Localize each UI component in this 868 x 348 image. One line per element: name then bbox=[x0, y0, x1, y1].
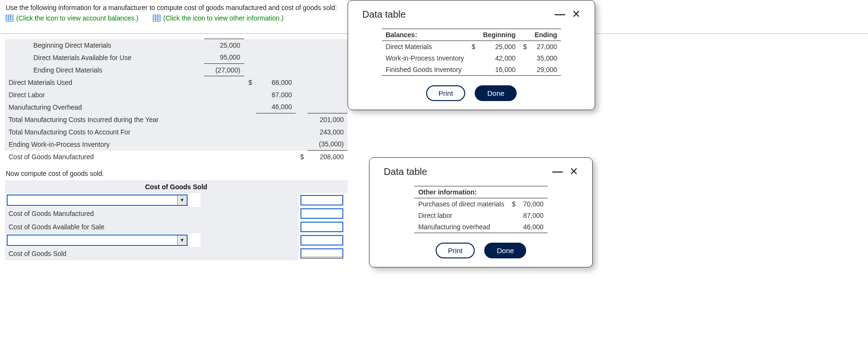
schedule-value bbox=[308, 64, 348, 76]
schedule-label: Direct Labor bbox=[5, 89, 204, 101]
other-info-value: 70,000 bbox=[519, 198, 548, 210]
chevron-down-icon[interactable]: ▼ bbox=[177, 195, 187, 205]
cogs-label-select[interactable]: ▼ bbox=[7, 194, 188, 206]
balance-row-label: Direct Materials bbox=[382, 41, 468, 53]
balance-beginning: 25,000 bbox=[479, 41, 519, 53]
schedule-value bbox=[204, 126, 244, 138]
col-ending: Ending bbox=[531, 29, 561, 41]
schedule-value bbox=[308, 39, 348, 51]
other-info-data-table: Other information: Purchases of direct m… bbox=[414, 186, 547, 233]
schedule-value: 25,000 bbox=[204, 39, 244, 51]
schedule-value: 95,000 bbox=[204, 51, 244, 64]
schedule-label: Total Manufacturing Costs to Account For bbox=[5, 126, 204, 138]
cogs-value-input[interactable] bbox=[300, 208, 343, 219]
col-beginning: Beginning bbox=[479, 29, 519, 41]
table-icon bbox=[6, 15, 13, 21]
schedule-value bbox=[308, 51, 348, 64]
schedule-value bbox=[308, 89, 348, 101]
schedule-value: 46,000 bbox=[256, 101, 296, 113]
schedule-label: Direct Materials Available for Use bbox=[5, 51, 204, 64]
view-balances-label: (Click the icon to view account balances… bbox=[16, 14, 139, 22]
balance-beginning: 16,000 bbox=[479, 64, 519, 76]
cogs-table: Cost of Goods Sold ▼Cost of Goods Manufa… bbox=[5, 180, 348, 260]
schedule-label: Ending Direct Materials bbox=[5, 64, 204, 76]
close-icon[interactable]: ✕ bbox=[572, 9, 580, 20]
schedule-value bbox=[256, 151, 296, 163]
print-button[interactable]: Print bbox=[426, 85, 466, 101]
schedule-value bbox=[256, 39, 296, 51]
other-info-modal: Data table — ✕ Other information: Purcha… bbox=[369, 157, 593, 267]
schedule-label: Manufacturing Overhead bbox=[5, 101, 204, 113]
other-info-label: Direct labor bbox=[414, 210, 508, 221]
print-button[interactable]: Print bbox=[436, 243, 475, 258]
balance-ending: 27,000 bbox=[531, 41, 561, 53]
table-icon bbox=[153, 15, 160, 21]
other-info-label: Purchases of direct materials bbox=[414, 198, 508, 210]
schedule-value bbox=[204, 151, 244, 163]
schedule-value bbox=[204, 76, 244, 89]
schedule-value: 243,000 bbox=[308, 126, 348, 138]
schedule-value bbox=[204, 101, 244, 113]
chevron-down-icon[interactable]: ▼ bbox=[177, 235, 187, 245]
svg-rect-5 bbox=[153, 15, 160, 21]
col-balances: Balances: bbox=[382, 29, 468, 41]
other-info-label: Manufacturing overhead bbox=[414, 221, 508, 233]
schedule-value bbox=[256, 51, 296, 64]
balance-row-label: Work-in-Process Inventory bbox=[382, 52, 468, 64]
cogs-label-select[interactable]: ▼ bbox=[7, 235, 188, 246]
schedule-label: Cost of Goods Manufactured bbox=[5, 151, 204, 163]
cogs-label: Cost of Goods Available for Sale bbox=[5, 220, 200, 234]
schedule-value bbox=[204, 113, 244, 126]
balances-modal: Data table — ✕ Balances: Beginning Endin… bbox=[348, 0, 595, 110]
schedule-value: 208,000 bbox=[308, 151, 348, 163]
balance-beginning: 42,000 bbox=[479, 52, 519, 64]
done-button[interactable]: Done bbox=[484, 243, 526, 258]
other-info-value: 87,000 bbox=[519, 210, 548, 221]
svg-rect-0 bbox=[6, 15, 13, 21]
balance-ending: 29,000 bbox=[531, 64, 561, 76]
cogs-value-input[interactable] bbox=[300, 195, 343, 205]
minimize-icon[interactable]: — bbox=[552, 166, 563, 177]
schedule-value bbox=[256, 138, 296, 151]
schedule-value bbox=[308, 76, 348, 89]
balance-ending: 35,000 bbox=[531, 52, 561, 64]
schedule-value: (27,000) bbox=[204, 64, 244, 76]
cogs-value-input[interactable] bbox=[300, 222, 343, 232]
balances-data-table: Balances: Beginning Ending Direct Materi… bbox=[382, 29, 561, 76]
view-balances-link[interactable]: (Click the icon to view account balances… bbox=[6, 14, 139, 22]
schedule-value: 87,000 bbox=[256, 89, 296, 101]
schedule-value: 68,000 bbox=[256, 76, 296, 89]
schedule-value bbox=[204, 138, 244, 151]
balance-row-label: Finished Goods Inventory bbox=[382, 64, 468, 76]
cogs-value-input[interactable] bbox=[300, 235, 343, 246]
schedule-label: Total Manufacturing Costs Incurred durin… bbox=[5, 113, 204, 126]
minimize-icon[interactable]: — bbox=[555, 9, 565, 20]
view-other-info-label: (Click the icon to view other informatio… bbox=[163, 14, 284, 22]
other-info-head: Other information: bbox=[414, 186, 547, 198]
cogm-schedule: Beginning Direct Materials25,000Direct M… bbox=[5, 39, 348, 163]
schedule-label: Ending Work-in-Process Inventory bbox=[5, 138, 204, 151]
schedule-value: (35,000) bbox=[308, 138, 348, 151]
sub-instruction: Now compute cost of goods sold. bbox=[6, 170, 348, 177]
schedule-value bbox=[256, 126, 296, 138]
close-icon[interactable]: ✕ bbox=[569, 166, 578, 177]
cogs-header: Cost of Goods Sold bbox=[5, 180, 348, 194]
modal-title: Data table bbox=[384, 166, 427, 177]
other-info-value: 46,000 bbox=[519, 221, 548, 233]
cogs-label: Cost of Goods Sold bbox=[5, 247, 200, 260]
schedule-label: Beginning Direct Materials bbox=[5, 39, 204, 51]
schedule-value bbox=[308, 101, 348, 113]
cogs-value-input[interactable] bbox=[300, 248, 343, 259]
schedule-value: 201,000 bbox=[308, 113, 348, 126]
modal-title: Data table bbox=[362, 9, 406, 20]
work-area: Beginning Direct Materials25,000Direct M… bbox=[5, 39, 348, 260]
schedule-value bbox=[256, 64, 296, 76]
view-other-info-link[interactable]: (Click the icon to view other informatio… bbox=[153, 14, 284, 22]
schedule-value bbox=[256, 113, 296, 126]
done-button[interactable]: Done bbox=[475, 85, 517, 101]
cogs-label: Cost of Goods Manufactured bbox=[5, 207, 200, 220]
schedule-value bbox=[204, 89, 244, 101]
schedule-label: Direct Materials Used bbox=[5, 76, 204, 89]
